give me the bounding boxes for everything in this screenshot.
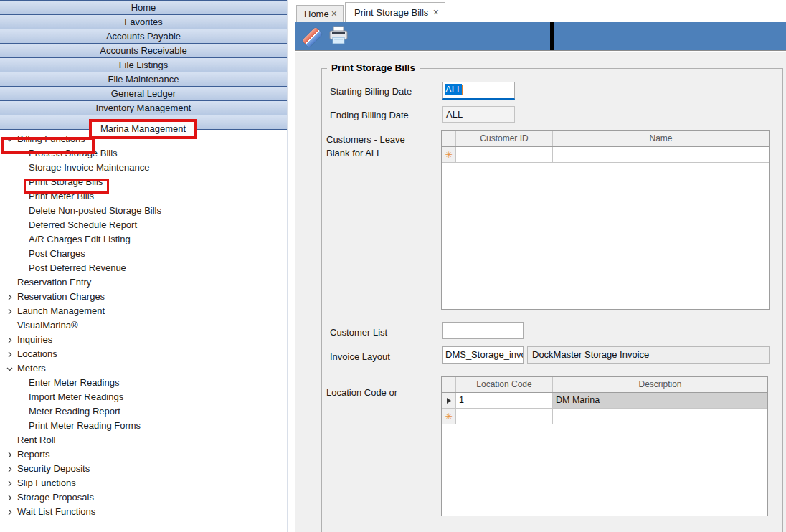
- sidebar-item-print-meter-reading-forms[interactable]: Print Meter Reading Forms: [0, 419, 287, 433]
- chevron-down-icon: [4, 361, 15, 376]
- sidebar-item-label: Meter Reading Report: [29, 406, 120, 417]
- sidebar-item-storage-proposals[interactable]: Storage Proposals: [0, 490, 287, 505]
- groupbox-title: Print Storage Bills: [327, 62, 420, 73]
- grid-corner-cell: [442, 377, 456, 392]
- new-row-icon: ✳: [445, 151, 452, 159]
- sidebar-item-label: Post Charges: [29, 248, 85, 259]
- sidebar-item-wait-list-functions[interactable]: Wait List Functions: [0, 505, 287, 519]
- sidebar-item-label: Enter Meter Readings: [29, 377, 119, 388]
- sidebar-item-label: Slip Functions: [17, 478, 76, 488]
- sidebar-item-label: Inquiries: [17, 334, 52, 345]
- cell-location-code[interactable]: 1: [456, 393, 553, 408]
- sidebar-item-reservation-entry[interactable]: Reservation Entry: [0, 275, 287, 290]
- cell-customer-id[interactable]: [456, 147, 553, 162]
- sidebar-item-label: Delete Non-posted Storage Bills: [29, 205, 161, 216]
- sidebar-section-home[interactable]: Home: [0, 0, 287, 15]
- sidebar-item-label: Reservation Charges: [17, 291, 105, 302]
- chevron-right-icon: [4, 347, 15, 361]
- tab-label: Home: [304, 9, 329, 19]
- sidebar-item-label: Deferred Schedule Report: [29, 219, 137, 230]
- customer-list-input[interactable]: [442, 322, 524, 339]
- close-icon[interactable]: ×: [433, 7, 439, 17]
- cell-description[interactable]: [553, 409, 767, 424]
- invoice-layout-description: DockMaster Storage Invoice: [527, 346, 770, 364]
- column-header-location-code[interactable]: Location Code: [456, 377, 553, 392]
- starting-billing-date-label: Starting Billing Date: [330, 86, 412, 97]
- customer-list-label: Customer List: [330, 327, 387, 338]
- sidebar: Home Favorites Accounts Payable Accounts…: [0, 0, 288, 532]
- chevron-right-icon: [4, 490, 15, 505]
- sidebar-item-label: Security Deposits: [17, 463, 90, 474]
- sidebar-item-post-charges[interactable]: Post Charges: [0, 247, 287, 261]
- column-header-description[interactable]: Description: [553, 377, 767, 392]
- sidebar-item-label: Storage Proposals: [17, 492, 94, 503]
- sidebar-item-rent-roll[interactable]: Rent Roll: [0, 433, 287, 447]
- sidebar-item-import-meter-readings[interactable]: Import Meter Readings: [0, 390, 287, 404]
- ending-billing-date-label: Ending Billing Date: [330, 110, 409, 120]
- sidebar-section-accounts-payable[interactable]: Accounts Payable: [0, 29, 287, 44]
- ending-billing-date-input[interactable]: ALL: [442, 106, 515, 123]
- sidebar-item-label: Meters: [17, 363, 46, 374]
- chevron-right-icon: [4, 476, 15, 490]
- sidebar-item-label: Import Meter Readings: [29, 391, 123, 402]
- table-row[interactable]: 1 DM Marina: [442, 393, 767, 409]
- sidebar-item-post-deferred-revenue[interactable]: Post Deferred Revenue: [0, 261, 287, 275]
- sidebar-item-meter-reading-report[interactable]: Meter Reading Report: [0, 404, 287, 419]
- print-button[interactable]: [327, 25, 350, 48]
- cell-location-code[interactable]: [456, 409, 553, 424]
- customers-grid[interactable]: Customer ID Name ✳: [441, 130, 770, 310]
- sidebar-item-delete-nonposted-storage-bills[interactable]: Delete Non-posted Storage Bills: [0, 204, 287, 218]
- sidebar-item-security-deposits[interactable]: Security Deposits: [0, 462, 287, 476]
- sidebar-item-reservation-charges[interactable]: Reservation Charges: [0, 290, 287, 304]
- sidebar-section-file-listings[interactable]: File Listings: [0, 58, 287, 72]
- cell-name[interactable]: [553, 147, 769, 162]
- sidebar-section-general-ledger[interactable]: General Ledger: [0, 87, 287, 101]
- sidebar-item-launch-management[interactable]: Launch Management: [0, 304, 287, 318]
- sidebar-item-deferred-schedule-report[interactable]: Deferred Schedule Report: [0, 218, 287, 232]
- close-icon[interactable]: ×: [331, 9, 337, 19]
- sidebar-item-label: Storage Invoice Maintenance: [29, 162, 149, 173]
- grid-header-row: Location Code Description: [442, 377, 767, 393]
- sidebar-item-visualmarina[interactable]: VisualMarina®: [0, 318, 287, 333]
- grid-header-row: Customer ID Name: [442, 131, 769, 147]
- toolbar: [295, 22, 786, 51]
- tab-home[interactable]: Home ×: [296, 5, 344, 22]
- sidebar-item-label: Reports: [17, 449, 50, 460]
- sidebar-item-ar-charges-edit-listing[interactable]: A/R Charges Edit Listing: [0, 232, 287, 247]
- locations-grid[interactable]: Location Code Description 1 DM Marina ✳: [441, 376, 768, 516]
- tab-label: Print Storage Bills: [354, 7, 428, 18]
- table-row[interactable]: ✳: [442, 147, 769, 163]
- sidebar-item-slip-functions[interactable]: Slip Functions: [0, 476, 287, 490]
- invoice-layout-label: Invoice Layout: [330, 351, 390, 362]
- sidebar-item-meters[interactable]: Meters: [0, 361, 287, 376]
- sidebar-item-label: A/R Charges Edit Listing: [29, 234, 131, 244]
- sidebar-item-label: Wait List Functions: [17, 506, 95, 517]
- cell-description[interactable]: DM Marina: [553, 393, 767, 408]
- customers-label-line2: Blank for ALL: [326, 148, 382, 158]
- starting-billing-date-input[interactable]: ALL: [442, 82, 515, 100]
- annotation-box-print-storage-bills: [24, 179, 109, 194]
- customers-label-line1: Customers - Leave: [326, 134, 405, 145]
- clear-button[interactable]: [301, 27, 323, 47]
- chevron-right-icon: [4, 505, 15, 519]
- annotation-box-billing-functions: [1, 137, 95, 154]
- column-header-customer-id[interactable]: Customer ID: [456, 131, 553, 146]
- sidebar-section-inventory-management[interactable]: Inventory Management: [0, 101, 287, 115]
- sidebar-section-favorites[interactable]: Favorites: [0, 15, 287, 29]
- sidebar-item-inquiries[interactable]: Inquiries: [0, 333, 287, 347]
- sidebar-section-accounts-receivable[interactable]: Accounts Receivable: [0, 44, 287, 58]
- sidebar-item-reports[interactable]: Reports: [0, 447, 287, 462]
- sidebar-section-file-maintenance[interactable]: File Maintenance: [0, 72, 287, 87]
- table-row[interactable]: ✳: [442, 409, 767, 424]
- chevron-right-icon: [4, 447, 15, 462]
- grid-corner-cell: [442, 131, 456, 146]
- tab-print-storage-bills[interactable]: Print Storage Bills ×: [345, 2, 445, 22]
- sidebar-item-storage-invoice-maintenance[interactable]: Storage Invoice Maintenance: [0, 161, 287, 175]
- chevron-right-icon: [4, 290, 15, 304]
- sidebar-item-locations[interactable]: Locations: [0, 347, 287, 361]
- column-header-name[interactable]: Name: [553, 131, 769, 146]
- sidebar-item-enter-meter-readings[interactable]: Enter Meter Readings: [0, 376, 287, 390]
- toolbar-separator: [550, 22, 554, 50]
- selected-text: ALL: [445, 84, 462, 95]
- invoice-layout-input[interactable]: DMS_Storage_invo: [442, 346, 524, 364]
